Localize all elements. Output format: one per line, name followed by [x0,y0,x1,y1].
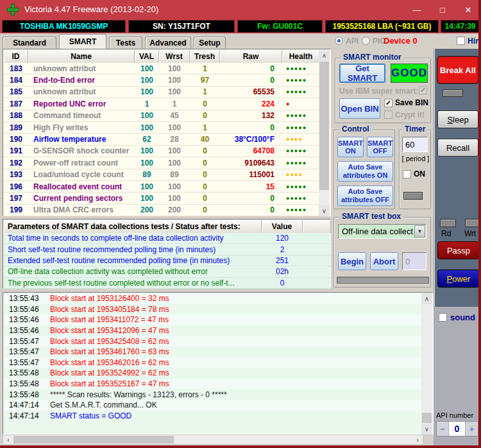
table-row[interactable]: 185unknown attribut100100165535●●●●● [4,87,320,98]
table-row[interactable]: The previous self-test routine completed… [4,278,331,289]
scroll-down-icon[interactable]: ∨ [421,424,432,435]
open-bin-button[interactable]: Open BIN [339,98,380,119]
tab-setup[interactable]: Setup [194,37,226,49]
col-name[interactable]: Name [28,50,135,63]
break-all-button[interactable]: Break All [437,56,478,83]
attr-name: Load/unload cycle count [28,170,135,179]
test-select-value: Off-line data collect [342,227,413,236]
plus-button[interactable]: + [466,422,478,436]
attr-name: End-to-End error [28,76,135,85]
pio-radio[interactable] [362,37,370,45]
save-bin-checkbox[interactable]: ✓ [384,99,392,107]
minus-button[interactable]: − [437,422,449,436]
scroll-up-icon[interactable]: ∧ [421,293,432,304]
log-entry: 13:55:46Block start at 1953411072 = 47 m… [4,314,423,325]
attr-tresh: 0 [190,205,220,214]
col-health[interactable]: Health [282,50,320,63]
minimize-button[interactable]: — [404,0,430,19]
scrollbar-thumb[interactable] [422,413,432,423]
begin-button[interactable]: Begin [338,252,366,270]
test-counter-field[interactable]: 0 [402,252,426,270]
scrollbar-thumb[interactable] [13,436,174,444]
scroll-right-icon[interactable]: › [412,435,423,444]
get-smart-button[interactable]: Get SMART [339,64,385,83]
ibm-smart-label: Use IBM super smart: [339,87,418,96]
passp-button[interactable]: Passp [437,241,480,259]
tab-advanced[interactable]: Advanced [145,37,191,49]
test-select[interactable]: Off-line data collect ▼ [338,224,426,239]
col-raw[interactable]: Raw [220,50,282,63]
recall-button[interactable]: Recall [437,139,478,157]
timer-on-checkbox[interactable] [403,170,411,178]
smart-monitor-group: SMART monitor Get SMART GOOD Use IBM sup… [335,58,431,123]
table-row[interactable]: Off-line data collection activity was co… [4,266,331,277]
table-row[interactable]: 199Ultra DMA CRC errors20020000●●●●● [4,205,320,216]
health-dots-icon: ● [282,101,320,107]
timer-period-input[interactable]: 60 [402,137,428,152]
ibm-smart-checkbox[interactable]: ✓ [419,86,427,94]
smart-monitor-title: SMART monitor [341,53,404,62]
table-row[interactable]: 183unknown attribut10010010●●●●● [4,63,320,74]
attr-tresh: 1 [190,64,220,73]
tab-tests[interactable]: Tests [109,37,142,49]
log-message: Block start at 1953425408 = 62 ms [45,337,169,346]
table-row[interactable]: 189High Fly writes10010010●●●●● [4,122,320,134]
log-message: ***** Scan results: Warnings - 13123, er… [45,390,227,399]
smart-attributes-table: ID Name VAL Wrst Tresh Raw Health 183unk… [3,49,331,216]
log-timestamp: 13:55:48 [4,368,45,377]
table-row[interactable]: 188Command timeout100450132●●●●● [4,110,320,122]
param-value: 2 [262,245,303,254]
sound-checkbox[interactable] [439,313,447,322]
attr-val: 100 [135,111,159,120]
chevron-down-icon[interactable]: ▼ [414,225,425,237]
params-header-value[interactable]: Value [262,220,303,233]
scroll-left-icon[interactable]: ‹ [3,435,13,444]
table-row[interactable]: 184End-to-End error100100970●●●●● [4,74,320,86]
scroll-up-icon[interactable]: ∧ [319,50,330,61]
col-wrst[interactable]: Wrst [159,50,190,63]
attr-table-scrollbar[interactable]: ∧ ∨ [319,50,330,216]
col-id[interactable]: ID [4,50,28,63]
scroll-down-icon[interactable]: ∨ [319,205,330,216]
tab-standard[interactable]: Standard [3,37,56,49]
log-entry: 13:55:46Block start at 1953412096 = 47 m… [4,325,423,336]
attr-id: 199 [4,205,28,214]
table-row[interactable]: 190Airflow temperature62284038°C/100°F●●… [4,134,320,145]
crypt-checkbox[interactable] [384,110,392,119]
table-row[interactable]: Extended self-test routine recommended p… [4,255,331,266]
api-radio[interactable] [335,37,343,45]
test-box-title: SMART test box [339,212,403,221]
log-entry: 13:55:48Block start at 1953524992 = 62 m… [4,368,423,379]
table-row[interactable]: 193Load/unload cycle count89890115001●●●… [4,169,320,181]
abort-button[interactable]: Abort [370,252,398,270]
params-header-label[interactable]: Parameters of SMART data collections tes… [4,220,262,233]
hints-checkbox[interactable] [457,37,465,45]
table-row[interactable]: 196Reallocated event count100100015●●●●● [4,181,320,193]
attr-raw: 64708 [220,146,282,155]
close-button[interactable]: ✕ [455,0,481,19]
autosave-off-button[interactable]: Auto Save attributes OFF [337,185,393,206]
smart-on-button[interactable]: SMART ON [337,137,364,157]
drive-firmware: Fw: GU001C [237,20,323,33]
col-val[interactable]: VAL [135,50,159,63]
attr-name: unknown attribut [28,87,135,96]
smart-off-button[interactable]: SMART OFF [367,137,393,157]
tab-smart[interactable]: SMART [59,34,106,49]
table-row[interactable]: 192Power-off retract count10010009109643… [4,157,320,169]
table-row[interactable]: Total time in seconds to complete off-li… [4,233,331,244]
maximize-button[interactable]: □ [430,0,455,19]
power-button[interactable]: Power [437,270,480,288]
table-row[interactable]: 191G-SENSOR shock counter100100064708●●●… [4,146,320,157]
log-hscrollbar[interactable]: ‹ › [3,435,423,445]
attr-val: 100 [135,182,159,191]
col-tresh[interactable]: Tresh [190,50,220,63]
table-row[interactable]: Short self-test routine recommended poll… [4,244,331,255]
log-scrollbar[interactable]: ∧ ∨ [421,293,432,435]
log-timestamp: 13:55:47 [4,337,45,346]
table-row[interactable]: 187Reported UNC error110224● [4,98,320,110]
table-row[interactable]: 197Current pending sectors10010000●●●●● [4,193,320,204]
scrollbar-thumb[interactable] [319,62,329,190]
attr-wrst: 100 [159,194,190,203]
autosave-on-button[interactable]: Auto Save attributes ON [337,161,393,182]
sleep-button[interactable]: Sleep [437,110,478,128]
